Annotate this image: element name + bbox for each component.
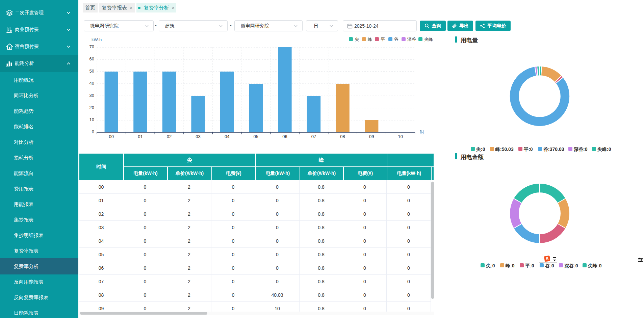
svg-text:06: 06 <box>282 134 287 139</box>
svg-text:07: 07 <box>311 134 316 139</box>
svg-text:70: 70 <box>89 44 94 49</box>
svg-text:00: 00 <box>109 134 114 139</box>
svg-text:40: 40 <box>89 81 94 86</box>
svg-text:深谷: 深谷 <box>407 37 416 42</box>
svg-text:05: 05 <box>254 134 258 139</box>
svg-text:20: 20 <box>89 105 94 110</box>
svg-text:50: 50 <box>89 69 94 74</box>
svg-text:10: 10 <box>89 117 94 122</box>
svg-text:09: 09 <box>369 134 374 139</box>
svg-text:08: 08 <box>340 134 345 139</box>
svg-text:尖峰: 尖峰 <box>424 37 433 42</box>
svg-text:04: 04 <box>225 134 229 139</box>
svg-text:0: 0 <box>92 129 94 134</box>
svg-text:03: 03 <box>196 134 200 139</box>
svg-text:10: 10 <box>398 134 403 139</box>
svg-text:60: 60 <box>89 56 94 61</box>
svg-text:kW·h: kW·h <box>92 37 102 42</box>
svg-text:谷: 谷 <box>394 37 398 42</box>
svg-text:尖: 尖 <box>355 37 359 42</box>
svg-text:平: 平 <box>381 37 385 42</box>
svg-text:01: 01 <box>138 134 143 139</box>
svg-text:30: 30 <box>89 93 94 98</box>
svg-text:02: 02 <box>167 134 172 139</box>
svg-text:时: 时 <box>420 130 424 135</box>
svg-text:峰: 峰 <box>368 37 372 42</box>
